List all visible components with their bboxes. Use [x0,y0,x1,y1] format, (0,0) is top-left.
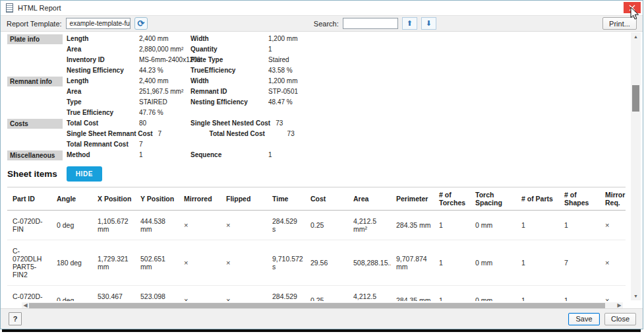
titlebar: HTML Report [1,1,643,15]
info-row: Total Remnant Cost7 [7,139,627,150]
info-row: Remnant infoLength2,400 mmWidth1,200 mm [7,76,627,86]
x-mark-icon: × [600,286,626,302]
print-button[interactable]: Print... [602,17,637,30]
info-key: Plate Type [190,55,268,65]
sheet-items-table: Part IDAngleX PositionY PositionMirrored… [7,187,626,301]
info-key: Length [67,76,139,86]
search-label: Search: [314,20,339,28]
table-cell: 284.35 mm [391,211,434,240]
table-cell: 29.56 [305,240,348,286]
vertical-scrollbar[interactable]: ▲ ▼ [631,32,641,300]
report-template-select[interactable]: example-template-full ▼ [66,18,131,29]
column-header: Cost [305,187,348,211]
column-header: Angle [51,187,92,211]
info-value: 1 [268,44,627,55]
section-label-cell [7,65,67,76]
info-key: Single Sheet Remnant Cost [67,129,158,139]
table-row: C-0720DLH PART5-FIN2180 deg1,729.321 mm5… [7,240,626,286]
table-cell: 0 mm [470,286,516,302]
help-button[interactable]: ? [9,312,22,325]
x-mark-icon: × [179,286,221,302]
section-label-cell: Remnant info [7,76,67,86]
info-key: Area [67,44,139,55]
info-value: 73 [287,129,627,139]
info-key: TrueEfficiency [190,65,268,76]
column-header: # of Parts [516,187,559,211]
info-key: Length [67,34,139,44]
close-button[interactable]: Close [604,313,636,325]
info-key: True Efficiency [67,108,139,118]
table-cell: 1,729.321 mm [92,240,135,286]
table-cell: 1 [434,286,470,302]
hide-button[interactable]: HIDE [67,166,102,182]
info-key: Width [190,34,268,44]
table-cell: 1 [559,286,600,302]
table-cell: C-0720DLH PART5-FIN2 [7,240,51,286]
report-document-icon [6,3,13,13]
window-bottom-edge [2,329,641,332]
info-value: 44.23 % [139,65,190,76]
search-input[interactable] [343,18,398,29]
info-row: Area251,967.5 mm²Remnant IDSTP-0501 [7,86,627,97]
table-cell: 1 [516,286,559,302]
column-header: Area [348,187,391,211]
column-header: Perimeter [391,187,434,211]
save-button[interactable]: Save [568,313,600,325]
x-mark-icon: × [179,240,221,286]
table-cell: 0 mm [470,240,516,286]
refresh-template-button[interactable]: ⟳ [134,17,148,30]
info-row: Area2,880,000 mm²Quantity1 [7,44,627,55]
column-header: X Position [92,187,135,211]
info-value: 251,967.5 mm² [139,86,190,97]
section-label-cell [7,108,67,118]
info-key: Width [190,76,268,86]
x-mark-icon: × [221,240,267,286]
table-cell: 502.651 mm [135,240,179,286]
table-cell: 1 [516,211,559,240]
x-mark-icon: × [221,211,267,240]
table-cell: 1 [434,240,470,286]
section-label: Remnant info [7,77,63,86]
search-previous-button[interactable]: ⬆ [402,17,417,30]
info-row: TypeSTAIREDNesting Efficiency48.47 % [7,97,627,108]
scroll-down-icon[interactable]: ▼ [631,294,641,298]
info-row: Nesting Efficiency44.23 %TrueEfficiency4… [7,65,627,76]
column-header: Torch Spacing [470,187,516,211]
info-key [190,139,268,150]
table-cell: 1 [434,211,470,240]
column-header: Y Position [135,187,179,211]
info-row: CostsTotal Cost80Single Sheet Nested Cos… [7,118,627,129]
close-x-glyph [629,5,635,11]
table-header-row: Part IDAngleX PositionY PositionMirrored… [7,187,626,211]
table-cell: 1,105.672 mm [92,211,135,240]
info-row: MiscellaneousMethod1Sequence1 [7,150,627,160]
info-value: STAIRED [139,97,190,108]
report-content: Plate infoLength2,400 mmWidth1,200 mmAre… [1,32,627,301]
column-header: Mirror A Req. [600,187,626,211]
section-label-cell [7,129,67,139]
arrow-up-icon: ⬆ [407,19,413,27]
search-next-button[interactable]: ⬇ [421,17,436,30]
footer-bar: ? Save Close [1,308,643,329]
table-cell: 444.538 mm [135,211,179,240]
table-cell: 0 deg [51,211,92,240]
column-header: Time [267,187,305,211]
table-cell: 530.467 mm [92,286,135,302]
screen: HTML Report Report Template: example-tem… [0,0,644,334]
section-label: Miscellaneous [7,150,63,160]
table-cell: 0.25 [305,286,348,302]
info-value: 1,200 mm [268,34,627,44]
scroll-up-icon[interactable]: ▲ [631,34,641,39]
info-key: Sequence [190,150,268,160]
info-value: 73 [276,118,627,129]
info-key [190,108,268,118]
table-cell: 9,707.874 mm [391,240,434,286]
sheet-items-header-row: Sheet items HIDE [7,166,627,182]
info-value [268,139,627,150]
x-mark-icon: × [179,211,221,240]
x-mark-icon: × [221,286,267,302]
table-cell: 284.529 s [267,286,305,302]
close-icon[interactable] [624,2,641,13]
report-template-value: example-template-full [70,20,131,27]
vertical-scroll-thumb[interactable] [632,85,639,112]
